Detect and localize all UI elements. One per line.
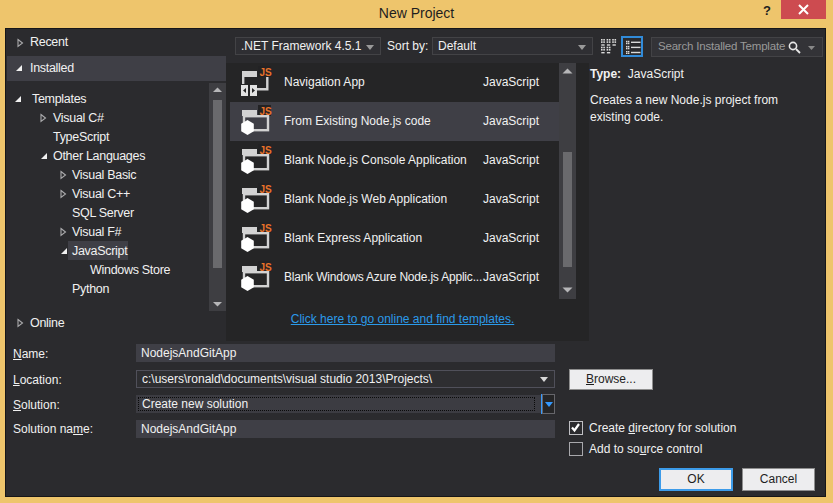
svg-text:JS: JS (260, 67, 273, 78)
svg-text:JS: JS (260, 145, 273, 156)
svg-text:JS: JS (260, 184, 273, 195)
svg-text:JS: JS (260, 262, 273, 273)
svg-text:JS: JS (260, 223, 273, 234)
svg-text:JS: JS (260, 106, 273, 117)
